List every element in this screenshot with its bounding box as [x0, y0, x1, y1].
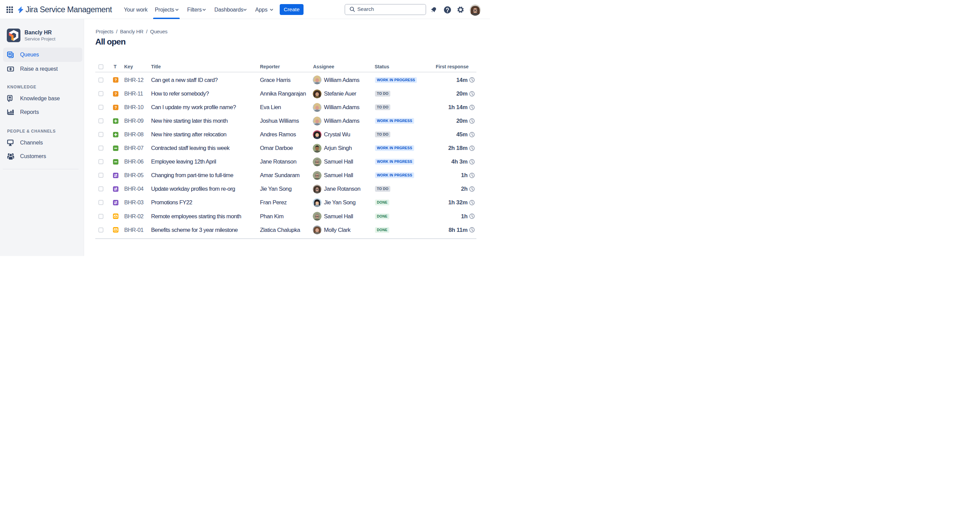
svg-text:?: ? [115, 105, 117, 109]
svg-text:?: ? [115, 78, 117, 82]
svg-text:?: ? [115, 92, 117, 96]
